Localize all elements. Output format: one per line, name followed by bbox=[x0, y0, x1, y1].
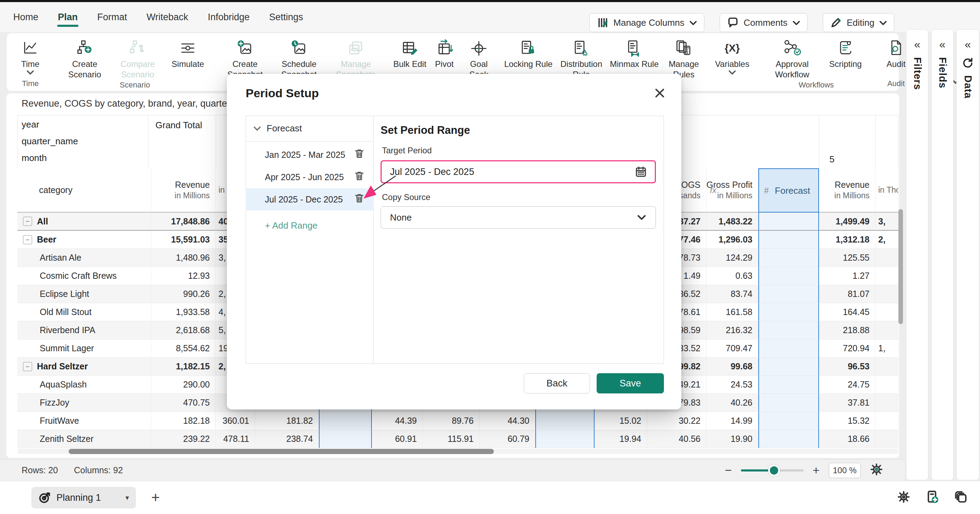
data-cell[interactable]: 3, bbox=[875, 213, 899, 231]
data-cell[interactable] bbox=[875, 358, 899, 376]
data-cell[interactable]: 15,591.03 bbox=[151, 231, 216, 249]
period-column-label[interactable]: 5 bbox=[829, 154, 834, 165]
comments-button[interactable]: Comments bbox=[720, 13, 808, 32]
expand-panel-icon[interactable]: « bbox=[939, 38, 945, 51]
ribbon-item-bulk-edit[interactable]: Bulk Edit bbox=[392, 37, 428, 80]
data-cell[interactable]: 709.47 bbox=[706, 339, 758, 358]
duplicate-sheet-button[interactable] bbox=[954, 490, 967, 505]
column-header-cell[interactable]: Revenuein Millions bbox=[819, 168, 875, 213]
data-cell[interactable]: 24.53 bbox=[706, 376, 758, 394]
sheet-tab-planning-1[interactable]: Planning 1 ▾ bbox=[31, 487, 136, 508]
ribbon-item-manage-rules[interactable]: Manage Rules bbox=[659, 37, 708, 80]
row-label-cell[interactable]: −Beer bbox=[18, 231, 151, 249]
forecast-tree-header[interactable]: Forecast bbox=[246, 116, 373, 142]
data-cell[interactable] bbox=[758, 285, 819, 303]
delete-range-trash-icon[interactable] bbox=[355, 171, 364, 183]
new-view-button[interactable] bbox=[926, 490, 939, 505]
data-cell[interactable]: 44.30 bbox=[480, 412, 535, 430]
data-cell[interactable]: 124.29 bbox=[706, 249, 758, 267]
data-panel-collapsed[interactable]: « Data bbox=[956, 29, 979, 480]
column-header-cell[interactable]: fxGross Profitin Millions bbox=[706, 168, 758, 213]
sheet-settings-button[interactable] bbox=[897, 490, 910, 505]
data-cell[interactable]: 15.02 bbox=[595, 412, 647, 430]
data-cell[interactable]: 12.93 bbox=[151, 267, 216, 285]
ribbon-item-variables[interactable]: {X}Variables bbox=[708, 37, 756, 80]
table-settings-button[interactable] bbox=[870, 463, 883, 478]
data-cell[interactable] bbox=[758, 303, 819, 321]
save-button[interactable]: Save bbox=[597, 373, 664, 393]
data-cell[interactable] bbox=[758, 412, 819, 430]
ribbon-item-simulate[interactable]: Simulate bbox=[164, 37, 212, 80]
column-header-cell[interactable]: #Forecast bbox=[758, 168, 819, 213]
delete-range-trash-icon[interactable] bbox=[355, 193, 364, 205]
data-cell[interactable]: 0.63 bbox=[706, 267, 758, 285]
period-range-item[interactable]: Jan 2025 - Mar 2025 bbox=[246, 143, 373, 166]
row-label-cell[interactable]: −All bbox=[18, 213, 151, 231]
period-range-item[interactable]: Apr 2025 - Jun 2025 bbox=[246, 166, 373, 188]
editing-mode-button[interactable]: Editing bbox=[823, 13, 895, 32]
data-cell[interactable]: 238.74 bbox=[255, 430, 319, 448]
data-cell[interactable]: 290.00 bbox=[151, 376, 216, 394]
category-header-cell[interactable]: category bbox=[18, 168, 151, 213]
row-label-cell[interactable]: −Hard Seltzer bbox=[18, 358, 151, 376]
data-cell[interactable] bbox=[758, 430, 819, 448]
data-cell[interactable]: 161.58 bbox=[706, 303, 758, 321]
collapse-row-icon[interactable]: − bbox=[23, 217, 32, 226]
data-cell[interactable]: 15.32 bbox=[819, 412, 875, 430]
fields-panel-collapsed[interactable]: « Fields bbox=[931, 29, 953, 480]
data-cell[interactable]: 83.74 bbox=[706, 285, 758, 303]
data-cell[interactable]: 720.94 bbox=[819, 339, 875, 358]
row-label-cell[interactable]: Eclipse Light bbox=[18, 285, 151, 303]
copy-source-select[interactable]: None bbox=[380, 206, 656, 229]
data-cell[interactable] bbox=[875, 394, 899, 412]
data-cell[interactable] bbox=[875, 249, 899, 267]
row-label-cell[interactable]: FruitWave bbox=[18, 412, 151, 430]
data-cell[interactable] bbox=[758, 376, 819, 394]
data-cell[interactable]: 115.91 bbox=[423, 430, 480, 448]
data-cell[interactable]: 1,499.49 bbox=[819, 213, 875, 231]
add-range-button[interactable]: + Add Range bbox=[265, 220, 318, 231]
data-cell[interactable]: 1,933.58 bbox=[151, 303, 216, 321]
sheet-tab-caret[interactable]: ▾ bbox=[126, 493, 129, 502]
data-cell[interactable] bbox=[758, 249, 819, 267]
data-cell[interactable]: 30.22 bbox=[647, 412, 706, 430]
horizontal-scrollbar-thumb[interactable] bbox=[68, 449, 494, 454]
row-label-cell[interactable]: Old Mill Stout bbox=[18, 303, 151, 321]
chevron-down-icon[interactable] bbox=[27, 69, 34, 76]
data-cell[interactable] bbox=[535, 430, 595, 448]
ribbon-item-scripting[interactable]: Scripting bbox=[821, 37, 870, 80]
data-cell[interactable]: 216.32 bbox=[706, 321, 758, 339]
row-label-cell[interactable]: Riverbend IPA bbox=[18, 321, 151, 339]
data-cell[interactable] bbox=[758, 321, 819, 339]
zoom-out-button[interactable]: − bbox=[725, 463, 732, 477]
expand-panel-icon[interactable]: « bbox=[914, 38, 920, 51]
data-cell[interactable]: 19.94 bbox=[595, 430, 647, 448]
data-cell[interactable]: 81.07 bbox=[819, 285, 875, 303]
menu-item-home[interactable]: Home bbox=[13, 10, 39, 25]
dim-year[interactable]: year bbox=[22, 119, 78, 136]
data-cell[interactable]: 44.39 bbox=[372, 412, 423, 430]
data-cell[interactable]: 19.90 bbox=[706, 430, 758, 448]
ribbon-item-goal-seek[interactable]: Goal Seek bbox=[461, 37, 496, 80]
data-cell[interactable]: 164.45 bbox=[819, 303, 875, 321]
data-cell[interactable]: 218.88 bbox=[819, 321, 875, 339]
menu-item-plan[interactable]: Plan bbox=[57, 10, 78, 25]
ribbon-item-schedule-snapshot[interactable]: Schedule Snapshot bbox=[272, 37, 326, 80]
collapse-row-icon[interactable]: − bbox=[23, 362, 32, 371]
data-cell[interactable]: 60.79 bbox=[480, 430, 535, 448]
data-cell[interactable] bbox=[758, 394, 819, 412]
menu-item-writeback[interactable]: Writeback bbox=[146, 10, 189, 25]
data-cell[interactable]: 125.55 bbox=[819, 249, 875, 267]
data-cell[interactable]: 2, bbox=[875, 231, 899, 249]
data-cell[interactable]: 1,182.15 bbox=[151, 358, 216, 376]
data-cell[interactable] bbox=[758, 267, 819, 285]
data-cell[interactable]: 239.22 bbox=[151, 430, 216, 448]
data-cell[interactable]: 89.76 bbox=[423, 412, 480, 430]
data-cell[interactable]: 37.81 bbox=[819, 394, 875, 412]
data-cell[interactable]: 60.91 bbox=[372, 430, 423, 448]
row-label-cell[interactable]: FizzJoy bbox=[18, 394, 151, 412]
zoom-in-button[interactable]: + bbox=[813, 463, 820, 477]
data-cell[interactable] bbox=[875, 376, 899, 394]
column-header-cell[interactable]: Revenuein Millions bbox=[151, 168, 216, 213]
data-cell[interactable]: 1,296.03 bbox=[706, 231, 758, 249]
